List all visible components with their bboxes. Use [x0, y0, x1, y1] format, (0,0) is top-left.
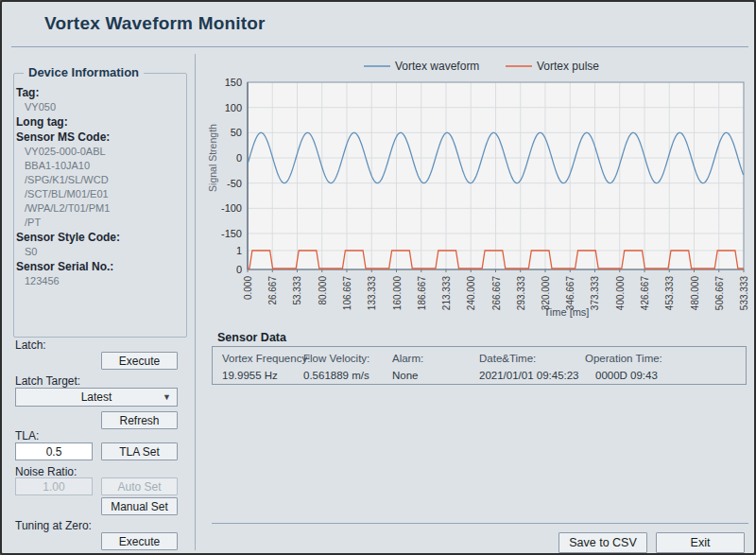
- svg-text:Time [ms]: Time [ms]: [544, 306, 590, 318]
- svg-text:240.000: 240.000: [466, 276, 476, 311]
- sensor-column-header: Operation Time:: [585, 353, 662, 364]
- latch-execute-button[interactable]: Execute: [101, 352, 178, 370]
- svg-text:1: 1: [236, 245, 242, 256]
- device-field-label: Sensor MS Code:: [16, 130, 177, 145]
- sensor-column-value: 0.561889 m/s: [303, 370, 369, 381]
- chevron-down-icon: ▼: [163, 392, 171, 402]
- sensor-data-table: Vortex Frequency:19.9955 HzFlow Velocity…: [212, 346, 747, 385]
- svg-text:53.333: 53.333: [292, 276, 302, 305]
- svg-text:293.333: 293.333: [516, 276, 526, 311]
- sensor-column-value: 19.9955 Hz: [222, 370, 310, 381]
- device-field-value: VY050: [25, 100, 177, 114]
- svg-text:133.333: 133.333: [367, 276, 377, 311]
- noise-ratio-label: Noise Ratio:: [15, 465, 77, 478]
- sensor-column-header: Alarm:: [392, 353, 423, 364]
- device-field-value: /SPG/K1/SL/WCD: [25, 173, 177, 187]
- waveform-chart: 150100500-50-100-150100.00026.66753.3338…: [205, 54, 756, 328]
- svg-text:-50: -50: [227, 178, 242, 189]
- latch-target-select[interactable]: Latest ▼: [15, 388, 178, 407]
- svg-text:-150: -150: [221, 228, 242, 239]
- svg-text:100: 100: [225, 102, 242, 113]
- latch-label: Latch:: [15, 338, 46, 352]
- svg-text:Signal Strength: Signal Strength: [207, 124, 218, 192]
- svg-text:426.667: 426.667: [640, 276, 650, 311]
- auto-set-button[interactable]: Auto Set: [101, 477, 178, 495]
- svg-text:400.000: 400.000: [615, 276, 626, 311]
- device-field-value: S0: [25, 245, 177, 259]
- sensor-data-column: Flow Velocity:0.561889 m/s: [303, 347, 369, 381]
- device-information-title: Device Information: [24, 65, 144, 79]
- sensor-column-value: 2021/01/01 09:45:23: [479, 370, 579, 381]
- svg-text:Vortex waveform: Vortex waveform: [395, 60, 479, 73]
- svg-text:480.000: 480.000: [690, 276, 700, 311]
- sensor-column-value: None: [392, 370, 423, 381]
- tla-set-button[interactable]: TLA Set: [101, 442, 178, 460]
- sensor-data-column: Date&Time:2021/01/01 09:45:23: [479, 347, 579, 381]
- sensor-data-title: Sensor Data: [217, 331, 286, 344]
- tuning-execute-button[interactable]: Execute: [101, 532, 178, 550]
- sensor-data-column: Alarm:None: [392, 347, 423, 381]
- refresh-button[interactable]: Refresh: [101, 411, 178, 429]
- device-field-label: Tag:: [16, 86, 177, 100]
- panel-divider: [195, 54, 196, 550]
- latch-target-label: Latch Target:: [15, 374, 80, 388]
- device-field-label: Sensor Serial No.:: [16, 260, 177, 274]
- chart-canvas: 150100500-50-100-150100.00026.66753.3338…: [205, 54, 756, 328]
- svg-text:186.667: 186.667: [417, 276, 427, 311]
- svg-text:50: 50: [231, 127, 242, 138]
- sensor-column-value: 0000D 09:43: [595, 370, 662, 381]
- device-field-value: /SCT/BL/M01/E01: [25, 187, 177, 201]
- page-title: Vortex Waveform Monitor: [44, 13, 266, 34]
- svg-text:0: 0: [236, 264, 242, 275]
- svg-text:453.333: 453.333: [664, 276, 675, 311]
- save-to-csv-button[interactable]: Save to CSV: [558, 532, 647, 553]
- device-information-fields: Tag:VY050Long tag:Sensor MS Code:VY025-0…: [16, 85, 177, 288]
- svg-text:533.333: 533.333: [739, 276, 749, 311]
- device-information-panel: Device Information Tag:VY050Long tag:Sen…: [13, 73, 187, 338]
- svg-text:106.667: 106.667: [342, 276, 352, 311]
- noise-ratio-input[interactable]: 1.00: [15, 477, 93, 495]
- sensor-column-header: Vortex Frequency:: [222, 353, 310, 364]
- device-field-value: 123456: [25, 274, 177, 288]
- svg-text:506.667: 506.667: [714, 276, 725, 311]
- tuning-at-zero-label: Tuning at Zero:: [15, 519, 92, 532]
- svg-text:150: 150: [225, 77, 242, 88]
- sensor-column-header: Date&Time:: [479, 353, 579, 364]
- sensor-data-column: Vortex Frequency:19.9955 Hz: [222, 347, 310, 381]
- latch-target-value: Latest: [81, 390, 112, 404]
- device-field-label: Long tag:: [16, 115, 177, 130]
- svg-text:373.333: 373.333: [590, 276, 600, 311]
- svg-text:0: 0: [236, 152, 242, 164]
- tla-input[interactable]: 0.5: [15, 442, 93, 460]
- exit-button[interactable]: Exit: [656, 532, 745, 553]
- footer-divider: [212, 523, 748, 524]
- svg-text:80.000: 80.000: [318, 276, 328, 305]
- tla-label: TLA:: [15, 429, 39, 442]
- device-field-value: BBA1-10JA10: [25, 159, 177, 173]
- vortex-waveform-monitor-window: Vortex Waveform Monitor Device Informati…: [0, 0, 756, 555]
- svg-text:26.667: 26.667: [267, 276, 278, 305]
- svg-text:346.667: 346.667: [565, 276, 576, 311]
- svg-text:266.667: 266.667: [491, 276, 502, 311]
- device-field-value: /PT: [25, 216, 177, 230]
- svg-text:213.333: 213.333: [441, 276, 452, 311]
- sensor-data-column: Operation Time:0000D 09:43: [585, 347, 662, 381]
- device-field-label: Sensor Style Code:: [16, 231, 177, 245]
- device-field-value: VY025-000-0ABL: [25, 145, 177, 159]
- svg-text:320.000: 320.000: [541, 276, 551, 311]
- svg-text:160.000: 160.000: [392, 276, 403, 311]
- title-divider: [11, 46, 748, 47]
- svg-text:0.000: 0.000: [243, 276, 253, 300]
- manual-set-button[interactable]: Manual Set: [101, 497, 178, 515]
- svg-text:-100: -100: [221, 202, 242, 214]
- svg-text:Vortex pulse: Vortex pulse: [537, 60, 599, 73]
- sensor-column-header: Flow Velocity:: [303, 353, 369, 364]
- device-field-value: /WPA/L2/T01/PM1: [25, 201, 177, 216]
